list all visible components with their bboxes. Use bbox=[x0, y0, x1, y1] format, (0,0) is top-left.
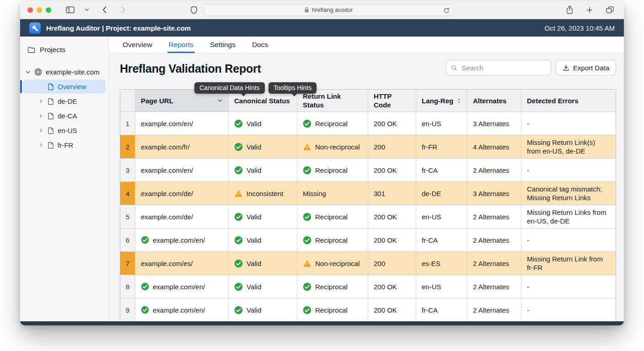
table-row[interactable]: 1example.com/en/ValidReciprocal200 OKen-… bbox=[120, 112, 616, 135]
cell-detected-errors: - bbox=[521, 159, 616, 181]
sidebar-projects[interactable]: Projects bbox=[20, 42, 108, 58]
cell-detected-errors: Missing Return Link from fr-FR bbox=[521, 252, 616, 275]
sidebar-item-fr-fr[interactable]: fr-FR bbox=[23, 138, 106, 152]
cell-row-number: 5 bbox=[120, 205, 135, 228]
chevron-right-icon bbox=[38, 113, 43, 118]
share-button[interactable] bbox=[564, 5, 576, 14]
tab-label: Settings bbox=[210, 41, 236, 49]
cell-canonical-status: Valid bbox=[229, 252, 297, 275]
cell-return-link-status: Reciprocal bbox=[297, 205, 368, 228]
address-text: hreflang ausitor bbox=[312, 6, 353, 13]
check-circle-icon bbox=[234, 119, 243, 128]
cell-alternates: 2 Alternates bbox=[467, 275, 521, 298]
forward-button[interactable] bbox=[118, 6, 129, 14]
cell-row-number: 1 bbox=[120, 112, 135, 135]
cell-row-number: 2 bbox=[120, 135, 135, 158]
check-circle-icon bbox=[303, 119, 311, 128]
check-circle-icon bbox=[234, 236, 243, 245]
page-title: Hreflang Validation Report bbox=[120, 62, 261, 75]
sidebar-item-overview[interactable]: Overview bbox=[23, 80, 106, 94]
sidebar: Projects example-site.com Overviewde-DEd… bbox=[20, 37, 109, 325]
header-label: Return Link Status bbox=[303, 92, 362, 109]
cell-alternates: 2 Alternates bbox=[467, 229, 521, 251]
tab-reports[interactable]: Reports bbox=[169, 37, 193, 53]
cell-detected-errors: - bbox=[521, 275, 616, 298]
cell-alternates: 2 Alternates bbox=[467, 159, 521, 181]
sidebar-toggle-button[interactable] bbox=[63, 6, 77, 13]
check-circle-icon bbox=[234, 259, 243, 268]
header-http-code[interactable]: HTTP Code bbox=[368, 90, 416, 112]
table-row[interactable]: 6example.com/en/ValidReciprocal200 OKfr-… bbox=[120, 229, 616, 252]
cell-canonical-status: Valid bbox=[229, 159, 297, 181]
check-circle-icon bbox=[234, 213, 243, 221]
address-bar[interactable]: hreflang ausitor bbox=[204, 4, 454, 16]
cell-alternates: 4 Alternates bbox=[467, 135, 521, 158]
globe-icon bbox=[34, 68, 42, 76]
sidebar-site-node[interactable]: example-site.com bbox=[20, 65, 108, 79]
tab-label: Docs bbox=[252, 41, 268, 49]
document-icon bbox=[48, 142, 54, 149]
table-row[interactable]: 3example.com/en/ValidReciprocal200 OKfr-… bbox=[120, 159, 616, 182]
table-row[interactable]: 8example.com/en/ValidReciprocal200 OKen-… bbox=[120, 275, 616, 298]
header-lang-reg[interactable]: Lang-Reg bbox=[416, 90, 467, 112]
zoom-button[interactable] bbox=[46, 7, 51, 13]
check-circle-icon bbox=[303, 306, 311, 314]
cell-canonical-status: Valid bbox=[229, 275, 297, 298]
cell-detected-errors: Missing Return Links from en-US, de-DE bbox=[521, 205, 616, 228]
report-content: Hreflang Validation Report Export Data C… bbox=[109, 53, 624, 325]
cell-lang-reg: fr-FR bbox=[416, 135, 467, 158]
cell-http-code: 301 bbox=[368, 182, 416, 205]
sort-chevron-icon bbox=[217, 99, 223, 102]
minimize-button[interactable] bbox=[37, 7, 42, 13]
sidebar-item-en-us[interactable]: en-US bbox=[23, 123, 106, 138]
privacy-shield-icon[interactable] bbox=[191, 6, 198, 14]
sidebar-dropdown-button[interactable] bbox=[82, 8, 92, 11]
header-label: Alternates bbox=[473, 96, 506, 105]
tab-overview[interactable]: Overview bbox=[123, 37, 152, 53]
close-button[interactable] bbox=[27, 7, 33, 13]
app-logo bbox=[29, 22, 41, 34]
cell-canonical-status: Valid bbox=[229, 135, 297, 158]
table-row[interactable]: 9example.com/en/ValidReciprocal200 OKfr-… bbox=[120, 298, 616, 322]
sidebar-toggle-icon bbox=[66, 6, 75, 13]
table-row[interactable]: 4example.com/de/InconsistentMissing301de… bbox=[120, 182, 616, 205]
sidebar-item-label: de-CA bbox=[58, 112, 77, 120]
sidebar-item-de-ca[interactable]: de-CA bbox=[23, 109, 106, 123]
cell-page-url: example.com/en/ bbox=[135, 275, 229, 298]
site-label: example-site.com bbox=[46, 68, 100, 76]
lock-icon bbox=[305, 7, 309, 13]
table-row[interactable]: 5example.com/de/ValidReciprocal200 OKen-… bbox=[120, 205, 616, 229]
cell-alternates: 3 Alternates bbox=[467, 182, 521, 205]
search-input[interactable] bbox=[461, 64, 546, 72]
header-row-number[interactable] bbox=[120, 90, 135, 112]
download-icon bbox=[563, 64, 569, 71]
header-label: Lang-Reg bbox=[422, 96, 453, 105]
tooltip-text: Canonical Data Hints bbox=[199, 84, 260, 91]
table-row[interactable]: 2example.com/fr/ValidNon-reciprocal200fr… bbox=[120, 135, 616, 159]
header-detected-errors[interactable]: Detected Errors bbox=[521, 90, 616, 112]
cell-detected-errors: - bbox=[521, 298, 616, 321]
header-alternates[interactable]: Alternates bbox=[467, 90, 521, 112]
cell-lang-reg: fr-CA bbox=[416, 298, 467, 321]
export-data-button[interactable]: Export Data bbox=[556, 60, 616, 75]
cell-row-number: 6 bbox=[120, 229, 135, 251]
desktop: { "browser": { "address_text": "hreflang… bbox=[0, 0, 644, 351]
refresh-icon[interactable] bbox=[444, 7, 450, 15]
table-row[interactable]: 7example.com/es/ValidNon-reciprocal200es… bbox=[120, 252, 616, 275]
cell-alternates: 3 Alternates bbox=[467, 112, 521, 135]
tab-docs[interactable]: Docs bbox=[252, 37, 268, 53]
cell-http-code: 200 OK bbox=[368, 275, 416, 298]
sidebar-item-de-de[interactable]: de-DE bbox=[23, 94, 106, 108]
timestamp: Oct 26, 2023 10:45 AM bbox=[545, 24, 615, 32]
cell-lang-reg: fr-CA bbox=[416, 159, 467, 181]
cell-page-url: example.com/en/ bbox=[135, 298, 229, 321]
tab-settings[interactable]: Settings bbox=[210, 37, 236, 53]
header-label: Canonical Status bbox=[234, 96, 290, 105]
cell-detected-errors: - bbox=[521, 112, 616, 135]
new-tab-button[interactable] bbox=[584, 7, 596, 13]
back-button[interactable] bbox=[99, 6, 110, 14]
tab-overview-button[interactable] bbox=[603, 6, 617, 13]
cell-http-code: 200 OK bbox=[368, 112, 416, 135]
tooltip-0: Canonical Data Hints bbox=[194, 82, 265, 94]
check-circle-icon bbox=[141, 282, 149, 291]
